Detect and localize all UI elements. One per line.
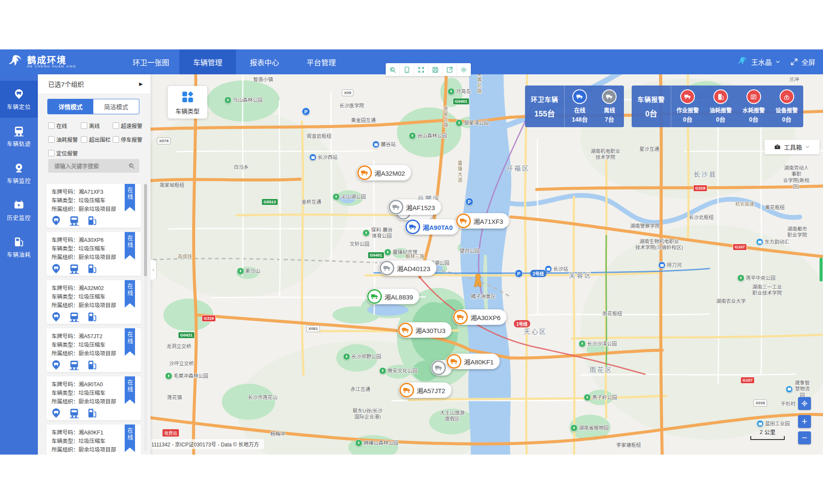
locate-vehicle-icon[interactable] bbox=[51, 263, 61, 274]
map-label: 金桥互通 bbox=[301, 199, 321, 205]
vehicle-marker-湘A80KF1[interactable]: 湘A80KF1 bbox=[446, 354, 500, 369]
org-selector[interactable]: 已选7个组织 ▶ bbox=[38, 74, 150, 94]
search-box bbox=[48, 159, 139, 173]
user-name[interactable]: 王水晶 bbox=[751, 57, 772, 67]
sidebar-item-历史监控[interactable]: 历史监控 bbox=[0, 192, 38, 229]
org-expand-icon[interactable]: ▶ bbox=[139, 81, 143, 87]
checkbox-icon[interactable] bbox=[48, 150, 55, 156]
settings-icon[interactable] bbox=[457, 63, 471, 76]
locate-vehicle-icon[interactable] bbox=[51, 215, 61, 226]
vehicle-marker-湘A30TU3[interactable]: 湘A30TU3 bbox=[398, 322, 451, 338]
checkbox-icon[interactable] bbox=[48, 136, 55, 143]
vehicle-card-湘A90TA0[interactable]: 在线 车牌号码：湘A90TA0 车辆类型：垃圾压缩车 所属组织：厨余垃圾项目部 bbox=[46, 376, 141, 420]
sidebar-item-车辆监控[interactable]: 车辆监控 bbox=[0, 155, 38, 192]
park-icon bbox=[355, 440, 362, 447]
filter-离线[interactable]: 离线 bbox=[81, 122, 113, 130]
filter-超速报警[interactable]: 超速报警 bbox=[113, 122, 144, 130]
fuel-vehicle-icon[interactable] bbox=[87, 312, 98, 322]
map-label: 沙坪立交桥 bbox=[169, 360, 194, 367]
expand-icon[interactable] bbox=[414, 63, 428, 76]
vehicle-list: 在线 车牌号码：湘A71XF3 车辆类型：垃圾压缩车 所属组织：厨余垃圾项目部 … bbox=[38, 184, 150, 455]
checkbox-icon[interactable] bbox=[81, 136, 87, 143]
fuel-vehicle-icon[interactable] bbox=[87, 360, 98, 370]
vehicle-marker-湘AL8839[interactable]: 湘AL8839 bbox=[367, 289, 419, 304]
sidebar-item-车辆轨迹[interactable]: 车辆轨迹 bbox=[0, 118, 38, 155]
sidebar-item-车辆定位[interactable]: 车辆定位 bbox=[0, 81, 38, 118]
map-label: 杭长高速 bbox=[735, 202, 754, 208]
scale-label: 2 公里 bbox=[760, 429, 776, 435]
vehicle-marker-湘A71XF3[interactable]: 湘A71XF3 bbox=[456, 213, 509, 229]
map-label: 雷锋大道 bbox=[456, 161, 462, 183]
map-label: 索马山 bbox=[237, 268, 261, 275]
checkbox-icon[interactable] bbox=[113, 136, 119, 143]
nav-tab-车辆管理[interactable]: 车辆管理 bbox=[179, 49, 236, 74]
filter-定位报警[interactable]: 定位报警 bbox=[48, 149, 81, 157]
vehicle-card-湘A30XP6[interactable]: 在线 车牌号码：湘A30XP6 车辆类型：垃圾压缩车 所属组织：厨余垃圾项目部 bbox=[46, 232, 141, 276]
alarm-stat-油耗报警: 油耗报警 0台 bbox=[709, 89, 732, 123]
vehicle-card-湘A32M02[interactable]: 在线 车牌号码：湘A32M02 车辆类型：垃圾压缩车 所属组织：厨余垃圾项目部 bbox=[46, 280, 141, 324]
brand-subtitle: HE CHENG HUAN JING bbox=[27, 65, 77, 69]
page-scrollbar-thumb[interactable] bbox=[820, 258, 823, 281]
map-label: 开福区 bbox=[507, 165, 530, 173]
metro-icon: M bbox=[658, 262, 666, 269]
user-avatar[interactable] bbox=[737, 56, 748, 67]
map-label: 高成线 bbox=[178, 254, 192, 260]
vehicle-marker-湘A90TA0[interactable]: 湘A90TA0 bbox=[405, 219, 459, 235]
vehicle-card-湘A80KF1[interactable]: 在线 车牌号码：湘A80KF1 车辆类型：垃圾压缩车 所属组织：厨余垃圾项目部 bbox=[46, 425, 141, 455]
zoom-search-icon[interactable] bbox=[386, 63, 400, 76]
fullscreen-icon[interactable] bbox=[790, 58, 798, 66]
filter-在线[interactable]: 在线 bbox=[48, 122, 81, 130]
nav-tab-报表中心[interactable]: 报表中心 bbox=[236, 49, 293, 74]
track-vehicle-icon[interactable] bbox=[69, 360, 80, 370]
track-vehicle-icon[interactable] bbox=[69, 215, 80, 226]
vehicle-type-button[interactable]: 车辆类型 bbox=[168, 86, 207, 119]
vehicle-marker-湘AF1523[interactable]: 湘AF1523 bbox=[388, 199, 441, 215]
road-shield: G0401 bbox=[453, 98, 470, 105]
save-icon[interactable] bbox=[429, 63, 443, 76]
locate-vehicle-icon[interactable] bbox=[51, 312, 61, 322]
search-icon[interactable] bbox=[128, 162, 135, 169]
toolbox-button[interactable]: 工具箱 bbox=[765, 140, 820, 154]
vehicle-marker-湘AD40123[interactable]: 湘AD40123 bbox=[379, 260, 436, 276]
nav-tab-环卫一张图[interactable]: 环卫一张图 bbox=[123, 49, 179, 74]
filter-停车报警[interactable]: 停车报警 bbox=[113, 135, 144, 144]
nav-tab-平台管理[interactable]: 平台管理 bbox=[293, 49, 350, 74]
share-icon[interactable] bbox=[443, 63, 457, 76]
checkbox-icon[interactable] bbox=[48, 122, 55, 129]
track-vehicle-icon[interactable] bbox=[69, 408, 80, 418]
mode-tab-详情模式[interactable]: 详情模式 bbox=[48, 99, 93, 114]
alarm-value: 0台 bbox=[645, 107, 657, 119]
panel-collapse-handle[interactable]: ‹ bbox=[150, 260, 156, 280]
locate-button[interactable] bbox=[798, 397, 811, 410]
map-label: 芙蓉区 bbox=[569, 272, 592, 280]
locate-vehicle-icon[interactable] bbox=[51, 360, 61, 370]
fuel-vehicle-icon[interactable] bbox=[87, 408, 98, 418]
filter-超出围栏[interactable]: 超出围栏 bbox=[81, 135, 113, 144]
mode-tab-简洁模式[interactable]: 简洁模式 bbox=[93, 99, 139, 114]
map-canvas[interactable]: 智造小镇乌山森林公园长沙医学院黄金园互通月亮岛银星湾公园观音岩枢纽M长沙西站白马… bbox=[150, 74, 823, 455]
fuel-vehicle-icon[interactable] bbox=[87, 215, 98, 226]
chevron-down-icon[interactable] bbox=[775, 59, 781, 65]
vehicle-list-scrollbar[interactable] bbox=[144, 184, 147, 451]
vehicle-marker-湘A30XP6[interactable]: 湘A30XP6 bbox=[453, 309, 507, 325]
measure-icon[interactable] bbox=[400, 63, 414, 76]
locate-vehicle-icon[interactable] bbox=[51, 408, 61, 418]
zoom-in-button[interactable]: + bbox=[798, 415, 811, 428]
park-icon bbox=[384, 249, 391, 256]
fuel-vehicle-icon[interactable] bbox=[87, 263, 98, 274]
sidebar-item-车辆油耗[interactable]: 车辆油耗 bbox=[0, 229, 38, 266]
fullscreen-label[interactable]: 全屏 bbox=[802, 57, 815, 67]
vehicle-marker-湘A32M02[interactable]: 湘A32M02 bbox=[357, 165, 411, 180]
vehicle-type-grid-icon bbox=[181, 90, 195, 104]
zoom-out-button[interactable]: − bbox=[798, 431, 811, 444]
search-input[interactable] bbox=[53, 162, 128, 170]
track-vehicle-icon[interactable] bbox=[69, 312, 80, 322]
vehicle-card-湘A71XF3[interactable]: 在线 车牌号码：湘A71XF3 车辆类型：垃圾压缩车 所属组织：厨余垃圾项目部 bbox=[46, 184, 141, 228]
checkbox-icon[interactable] bbox=[81, 122, 87, 129]
checkbox-icon[interactable] bbox=[113, 122, 119, 129]
vehicle-marker-湘A57JT2[interactable]: 湘A57JT2 bbox=[399, 382, 451, 398]
briefcase-icon bbox=[774, 144, 781, 150]
filter-油耗报警[interactable]: 油耗报警 bbox=[48, 135, 81, 144]
vehicle-card-湘A57JT2[interactable]: 在线 车牌号码：湘A57JT2 车辆类型：垃圾压缩车 所属组织：厨余垃圾项目部 bbox=[46, 328, 141, 372]
track-vehicle-icon[interactable] bbox=[69, 263, 80, 274]
